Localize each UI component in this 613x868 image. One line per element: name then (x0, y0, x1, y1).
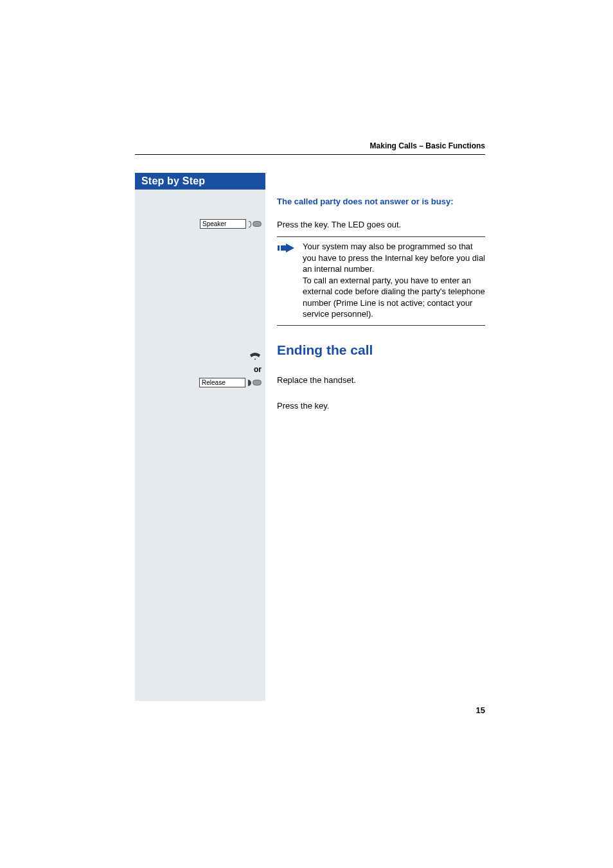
note-box: Your system may also be programmed so th… (277, 236, 485, 326)
svg-point-0 (254, 359, 256, 360)
step-sidebar: Step by Step Speaker or Release (135, 173, 265, 701)
note-arrow-icon (277, 241, 296, 320)
heading-ending-call: Ending the call (277, 341, 485, 359)
or-label: or (135, 365, 265, 374)
led-on-icon (248, 380, 262, 386)
svg-rect-2 (281, 245, 286, 251)
led-off-icon (249, 221, 262, 227)
body-replace-handset: Replace the handset. (277, 375, 485, 386)
note-text: Your system may also be programmed so th… (303, 241, 485, 320)
sidebar-title: Step by Step (135, 173, 265, 190)
header-rule (135, 154, 485, 155)
svg-rect-1 (278, 245, 280, 251)
speaker-key-label: Speaker (200, 219, 246, 229)
section-header: Making Calls – Basic Functions (135, 141, 485, 154)
subheading-no-answer: The called party does not answer or is b… (277, 196, 485, 208)
body-press-key: Press the key. (277, 400, 485, 412)
content-column: The called party does not answer or is b… (265, 173, 485, 701)
handset-down-icon (249, 352, 262, 364)
release-key-label: Release (199, 378, 245, 387)
page-number: 15 (476, 705, 485, 715)
body-press-key-led: Press the key. The LED goes out. (277, 219, 485, 231)
